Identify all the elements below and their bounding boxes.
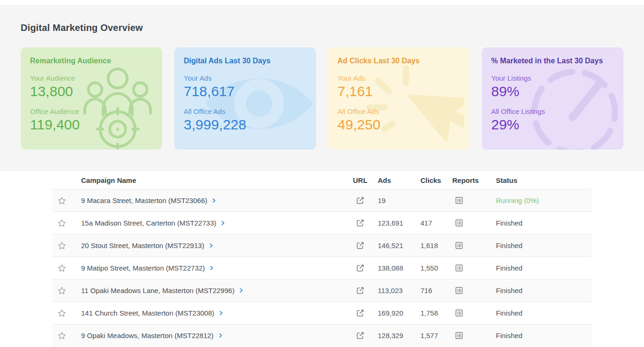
status-text: Finished [496, 287, 592, 294]
star-icon[interactable] [57, 309, 67, 318]
external-link-icon[interactable] [356, 331, 365, 340]
stat-cards: Remarketing Audience Your Audience 13,80… [21, 47, 623, 150]
external-link-icon[interactable] [356, 219, 365, 227]
chevron-right-icon[interactable] [211, 197, 217, 204]
ads-value: 138,088 [378, 264, 420, 272]
status-text: Finished [496, 264, 592, 272]
external-link-icon[interactable] [356, 241, 365, 250]
report-icon[interactable] [455, 241, 464, 250]
overview-section: Digital Marketing Overview Remarketing A… [0, 5, 644, 171]
clicks-value: 1,758 [420, 309, 452, 317]
clicks-value: 716 [420, 287, 452, 294]
card-title: % Marketed in the Last 30 Days [491, 57, 614, 65]
star-icon[interactable] [57, 219, 67, 228]
card-remarketing-audience: Remarketing Audience Your Audience 13,80… [21, 47, 162, 150]
campaign-name-link[interactable]: 9 Macara Street, Masterton (MST23066) [81, 196, 207, 204]
metric-label: Your Ads [337, 74, 460, 82]
campaign-name-link[interactable]: 15a Madison Street, Carterton (MST22733) [81, 219, 216, 227]
external-link-icon[interactable] [356, 286, 365, 295]
campaign-name-link[interactable]: 141 Church Street, Masterton (MST23008) [81, 309, 214, 317]
campaign-name-link[interactable]: 11 Opaki Meadows Lane, Masterton (MST229… [81, 287, 234, 294]
table-row: 11 Opaki Meadows Lane, Masterton (MST229… [52, 279, 592, 302]
metric-value: 49,250 [337, 117, 460, 133]
chevron-right-icon[interactable] [218, 310, 224, 316]
table-row: 9 Macara Street, Masterton (MST23066) 19… [52, 189, 592, 211]
ads-value: 123,691 [378, 219, 420, 227]
card-title: Ad Clicks Last 30 Days [337, 57, 460, 65]
status-text: Running (0%) [496, 196, 592, 204]
report-icon[interactable] [455, 286, 464, 295]
ads-value: 19 [378, 196, 420, 204]
table-row: 15a Madison Street, Carterton (MST22733)… [52, 211, 592, 234]
table-row: 141 Church Street, Masterton (MST23008) … [52, 302, 592, 324]
chevron-right-icon[interactable] [239, 287, 244, 294]
metric-label: Office Audience [30, 107, 153, 115]
campaigns-table-section: Campaign Name URL Ads Clicks Reports Sta… [0, 171, 644, 347]
metric-label: Your Ads [184, 74, 307, 82]
report-icon[interactable] [455, 196, 464, 205]
status-text: Finished [496, 332, 592, 339]
report-icon[interactable] [455, 309, 464, 317]
clicks-header: Clicks [420, 176, 452, 184]
campaign-name-link[interactable]: 9 Matipo Street, Masterton (MST22732) [81, 264, 205, 272]
chevron-right-icon[interactable] [209, 265, 214, 271]
clicks-value: 1,618 [420, 241, 452, 249]
metric-label: All Office Ads [184, 107, 307, 115]
star-icon[interactable] [57, 264, 67, 273]
ads-value: 128,329 [378, 332, 420, 339]
chevron-right-icon[interactable] [209, 242, 214, 249]
campaigns-table: Campaign Name URL Ads Clicks Reports Sta… [52, 171, 592, 347]
external-link-icon[interactable] [356, 309, 365, 317]
metric-value: 7,161 [337, 83, 460, 99]
url-header: URL [353, 176, 378, 184]
status-header: Status [496, 176, 592, 184]
reports-header: Reports [452, 176, 496, 184]
star-icon[interactable] [57, 241, 67, 250]
table-row: 9 Matipo Street, Masterton (MST22732) 13… [52, 256, 592, 279]
ads-header: Ads [378, 176, 420, 184]
metric-label: All Office Ads [337, 107, 460, 115]
report-icon[interactable] [455, 331, 464, 340]
metric-value: 89% [491, 83, 614, 99]
metric-value: 119,400 [30, 117, 153, 133]
table-header-row: Campaign Name URL Ads Clicks Reports Sta… [52, 171, 592, 189]
metric-value: 718,617 [184, 83, 307, 99]
metric-label: Your Listings [491, 74, 614, 82]
campaign-name-link[interactable]: 9 Opaki Meadows, Masterton (MST22812) [81, 332, 214, 339]
page-title: Digital Marketing Overview [21, 23, 623, 33]
metric-label: Your Audience [30, 74, 153, 82]
ads-value: 169,920 [378, 309, 420, 317]
report-icon[interactable] [455, 219, 464, 227]
clicks-value: 1,550 [420, 264, 452, 272]
status-text: Finished [496, 241, 592, 249]
external-link-icon[interactable] [356, 196, 365, 205]
star-icon[interactable] [57, 196, 67, 205]
campaign-name-link[interactable]: 20 Stout Street, Masterton (MST22913) [81, 241, 204, 249]
card-pct-marketed: % Marketed in the Last 30 Days Your List… [482, 47, 623, 150]
metric-value: 13,800 [30, 83, 153, 99]
ads-value: 113,023 [378, 287, 420, 294]
clicks-value: 417 [420, 219, 452, 227]
status-text: Finished [496, 309, 592, 317]
campaign-name-header: Campaign Name [81, 176, 353, 184]
star-icon[interactable] [57, 286, 67, 295]
card-title: Digital Ads Last 30 Days [184, 57, 307, 65]
clicks-value: 1,577 [420, 332, 452, 339]
chevron-right-icon[interactable] [218, 332, 223, 339]
status-text: Finished [496, 219, 592, 227]
chevron-right-icon[interactable] [220, 220, 225, 226]
external-link-icon[interactable] [356, 264, 365, 272]
card-digital-ads: Digital Ads Last 30 Days Your Ads 718,61… [174, 47, 316, 150]
table-row: 20 Stout Street, Masterton (MST22913) 14… [52, 234, 592, 256]
table-row: 9 Opaki Meadows, Masterton (MST22812) 12… [52, 324, 592, 347]
top-whitespace [0, 0, 644, 5]
metric-label: All Office Listings [491, 107, 614, 115]
report-icon[interactable] [455, 264, 464, 272]
table-body: 9 Macara Street, Masterton (MST23066) 19… [52, 189, 592, 347]
card-title: Remarketing Audience [30, 57, 153, 65]
star-icon[interactable] [57, 331, 67, 340]
card-ad-clicks: Ad Clicks Last 30 Days Your Ads 7,161 Al… [328, 47, 470, 150]
metric-value: 3,999,228 [184, 117, 307, 133]
metric-value: 29% [491, 117, 614, 133]
ads-value: 146,521 [378, 241, 420, 249]
